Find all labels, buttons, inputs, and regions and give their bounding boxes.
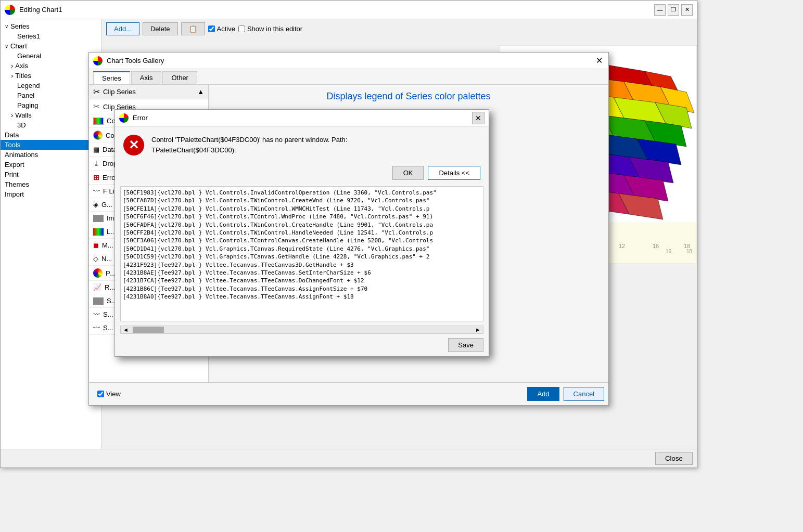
sidebar-item-label: Paging: [17, 101, 38, 109]
gallery-description: Displays legend of Series color palettes: [326, 91, 490, 102]
main-titlebar: Editing Chart1 — ❐ ✕: [1, 1, 697, 19]
chevron-right-icon: ›: [11, 111, 13, 119]
active-checkbox[interactable]: [208, 25, 215, 32]
chevron-up-icon: ▲: [197, 88, 204, 96]
sidebar-item-import[interactable]: Import: [1, 189, 101, 199]
save-button[interactable]: Save: [448, 338, 483, 352]
error-close-button[interactable]: ✕: [472, 112, 485, 124]
sidebar-item-series[interactable]: ∨ Series: [1, 21, 101, 31]
sidebar-item-chart[interactable]: ∨ Chart: [1, 41, 101, 51]
stack-trace-line: [50CF3A06]{vcl270.bpl } Vcl.Controls.TCo…: [123, 237, 481, 244]
palette-icon: [93, 131, 103, 140]
scissors-icon: ✂: [93, 102, 100, 111]
sidebar-item-print[interactable]: Print: [1, 170, 101, 179]
sidebar-item-3d[interactable]: 3D: [1, 120, 101, 130]
g-icon: ◈: [93, 201, 98, 209]
main-title: Editing Chart1: [19, 6, 650, 14]
droplines-icon: ⤓: [93, 159, 99, 167]
sidebar-item-themes[interactable]: Themes: [1, 179, 101, 189]
error-titlebar: Error ✕: [115, 110, 489, 126]
m-icon: ◼: [93, 241, 99, 249]
error-body: ✕ Control 'TPaletteChart($04F3DC00)' has…: [115, 126, 489, 164]
main-footer: Close: [1, 449, 697, 468]
scroll-left-arrow[interactable]: ◄: [121, 326, 131, 334]
sidebar-item-general[interactable]: General: [1, 51, 101, 61]
tab-axis[interactable]: Axis: [131, 71, 162, 84]
sidebar-item-label: Legend: [17, 82, 40, 89]
sidebar-item-label: 3D: [17, 121, 26, 129]
error-dialog-icon: [119, 113, 129, 123]
stack-trace-line: [4231B86C]{Tee927.bpl } Vcltee.Tecanvas.…: [123, 285, 481, 293]
copy-button[interactable]: 📋: [181, 22, 205, 35]
table-icon: ▦: [93, 146, 99, 153]
error-dialog: Error ✕ ✕ Control 'TPaletteChart($04F3DC…: [114, 109, 489, 357]
r-icon: 📈: [93, 283, 101, 291]
chevron-right-icon: ›: [11, 62, 13, 70]
sidebar-item-label: General: [17, 52, 41, 60]
gallery-close-button[interactable]: ✕: [594, 56, 604, 66]
sidebar-item-export[interactable]: Export: [1, 160, 101, 170]
view-label: View: [106, 390, 121, 398]
stack-trace-line: [50CF6F46]{vcl270.bpl } Vcl.Controls.TCo…: [123, 213, 481, 220]
sidebar-item-label: Print: [5, 171, 19, 178]
sidebar-item-paging[interactable]: Paging: [1, 100, 101, 110]
active-checkbox-label: Active: [208, 25, 235, 33]
clip-icon: ✂: [93, 87, 100, 97]
toolbar-row: Add... Delete 📋 Active Show in this edit…: [102, 19, 697, 38]
sidebar-item-panel[interactable]: Panel: [1, 90, 101, 100]
gallery-add-button[interactable]: Add: [527, 387, 559, 401]
gallery-list-header-label: Clip Series: [103, 88, 136, 96]
sidebar-item-label: Tools: [5, 141, 20, 149]
tab-other[interactable]: Other: [162, 71, 197, 84]
minimize-button[interactable]: —: [654, 4, 666, 16]
error-details[interactable]: [50CF1983]{vcl270.bpl } Vcl.Controls.Inv…: [120, 186, 483, 321]
sidebar-item-data[interactable]: Data: [1, 130, 101, 140]
view-checkbox[interactable]: [97, 391, 104, 397]
sidebar-item-axis[interactable]: › Axis: [1, 61, 101, 71]
stack-trace-line: [4231B8A0]{Tee927.bpl } Vcltee.Tecanvas.…: [123, 293, 481, 301]
restore-button[interactable]: ❐: [668, 4, 679, 16]
stack-trace-line: [4231B7CA]{Tee927.bpl } Vcltee.Tecanvas.…: [123, 277, 481, 284]
sidebar-item-titles[interactable]: › Titles: [1, 71, 101, 81]
sidebar: ∨ Series Series1 ∨ Chart General › Axis …: [1, 19, 102, 468]
gallery-titlebar: Chart Tools Gallery ✕: [89, 53, 608, 69]
p-icon: [93, 268, 103, 278]
gallery-tabs: Series Axis Other: [89, 69, 608, 85]
scroll-right-arrow[interactable]: ►: [473, 326, 483, 334]
gallery-cancel-button[interactable]: Cancel: [564, 387, 604, 401]
sidebar-item-label: Series: [10, 22, 30, 30]
details-button[interactable]: Details <<: [428, 166, 480, 180]
add-button[interactable]: Add...: [106, 22, 139, 35]
gallery-list-header[interactable]: ✂ Clip Series ▲: [89, 85, 208, 99]
sidebar-item-tools[interactable]: Tools: [1, 140, 101, 150]
view-checkbox-label: View: [97, 390, 121, 398]
horizontal-scrollbar[interactable]: ◄ ►: [120, 326, 483, 334]
chevron-right-icon: ›: [11, 72, 13, 80]
gallery-footer: View Add Cancel: [89, 382, 608, 405]
app-icon: [5, 5, 15, 15]
close-main-button[interactable]: Close: [655, 452, 693, 465]
sidebar-item-animations[interactable]: Animations: [1, 150, 101, 160]
scroll-thumb[interactable]: [133, 327, 164, 333]
sidebar-item-walls[interactable]: › Walls: [1, 110, 101, 120]
close-button[interactable]: ✕: [681, 4, 693, 16]
show-in-editor-checkbox-label: Show in this editor: [238, 25, 302, 33]
sidebar-item-label: Animations: [5, 151, 38, 159]
sidebar-item-label: Series1: [17, 32, 40, 40]
stack-trace-line: [50CFADFA]{vcl270.bpl } Vcl.Controls.TWi…: [123, 221, 481, 229]
error-x-icon: ✕: [123, 135, 144, 155]
tab-series[interactable]: Series: [93, 71, 130, 84]
show-in-editor-checkbox[interactable]: [238, 25, 245, 32]
s3-icon: 〰: [93, 324, 100, 332]
sidebar-item-label: Themes: [5, 180, 29, 188]
sidebar-item-label: Walls: [15, 111, 31, 119]
error-message-text: Control 'TPaletteChart($04F3DC00)' has n…: [151, 136, 347, 154]
sidebar-item-legend[interactable]: Legend: [1, 81, 101, 90]
sidebar-item-series1[interactable]: Series1: [1, 31, 101, 41]
delete-button[interactable]: Delete: [143, 22, 178, 35]
stack-trace-line: [50CD1D41]{vcl270.bpl } Vcl.Graphics.TCa…: [123, 245, 481, 253]
ok-button[interactable]: OK: [392, 166, 424, 180]
stack-trace-line: [4231B8AE]{Tee927.bpl } Vcltee.Tecanvas.…: [123, 269, 481, 277]
error-message: Control 'TPaletteChart($04F3DC00)' has n…: [151, 135, 347, 155]
n-icon: ◇: [93, 255, 98, 263]
